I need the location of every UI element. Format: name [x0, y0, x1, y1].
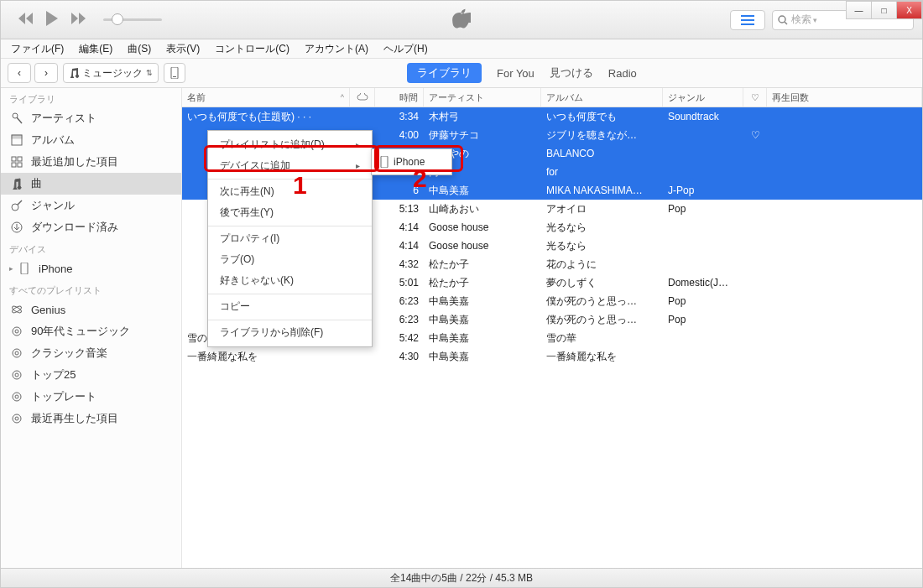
player-bar: 検索 ▾: [1, 1, 922, 39]
col-genre[interactable]: ジャンル: [663, 88, 743, 107]
sidebar-item-label: ダウンロード済み: [31, 220, 118, 235]
sidebar-item-toprated[interactable]: トップレート: [1, 386, 181, 408]
gear-icon: [9, 411, 24, 426]
menu-control[interactable]: コントロール(C): [211, 40, 293, 58]
mi-play-next[interactable]: 次に再生(N): [208, 179, 372, 202]
col-heart[interactable]: ♡: [743, 88, 767, 107]
apple-logo-icon: [452, 8, 471, 32]
music-icon: [69, 68, 79, 78]
sidebar-item-genius[interactable]: Genius: [1, 299, 181, 320]
sidebar-item-90s[interactable]: 90年代ミュージック: [1, 320, 181, 342]
col-artist[interactable]: アーティスト: [424, 88, 541, 107]
sidebar-item-label: クラシック音楽: [31, 346, 107, 361]
note-icon: [9, 176, 24, 191]
menu-account[interactable]: アカウント(A): [301, 40, 372, 58]
col-name[interactable]: 名前^: [182, 88, 350, 107]
cell-album: いつも何度でも: [541, 110, 663, 124]
mi-copy[interactable]: コピー: [208, 294, 372, 317]
cell-heart: ♡: [743, 129, 767, 141]
cell-artist: 伊藤サチコ: [424, 128, 541, 143]
sidebar-item-iphone[interactable]: ▸ iPhone: [1, 258, 181, 279]
cell-artist: 松たか子: [424, 276, 541, 290]
cell-name: 一番綺麗な私を: [182, 350, 350, 364]
svg-point-25: [13, 371, 21, 379]
cell-artist: Goose house: [424, 221, 541, 233]
sidebar-item-recentplay[interactable]: 最近再生した項目: [1, 408, 181, 429]
svg-point-28: [15, 395, 18, 398]
sidebar-item-album[interactable]: アルバム: [1, 129, 181, 151]
mi-delete[interactable]: ライブラリから削除(F): [208, 320, 372, 343]
mi-love[interactable]: ラブ(O): [208, 249, 372, 270]
svg-point-26: [15, 373, 18, 377]
col-plays[interactable]: 再生回数: [767, 88, 922, 107]
tab-browse[interactable]: 見つける: [550, 65, 593, 81]
svg-rect-1: [741, 19, 754, 21]
mi-properties[interactable]: プロパティ(I): [208, 226, 372, 249]
sidebar-item-songs[interactable]: 曲: [1, 173, 181, 195]
cloud-icon: [357, 93, 368, 101]
sidebar-item-label: ジャンル: [31, 198, 75, 213]
device-button[interactable]: [164, 63, 185, 83]
menu-edit[interactable]: 編集(E): [76, 40, 116, 58]
nav-row: ‹ › ミュージック ⇅ ライブラリ For You 見つける Radio: [1, 59, 922, 88]
view-list-button[interactable]: [730, 10, 765, 30]
cell-time: 3:34: [375, 111, 424, 122]
menu-view[interactable]: 表示(V): [163, 40, 203, 58]
table-row[interactable]: 一番綺麗な私を4:30中島美嘉一番綺麗な私を: [182, 347, 922, 366]
sidebar-item-downloaded[interactable]: ダウンロード済み: [1, 216, 181, 238]
chevron-right-icon: ▸: [356, 161, 360, 170]
sidebar-item-genre[interactable]: ジャンル: [1, 195, 181, 216]
next-icon[interactable]: [71, 13, 88, 27]
cell-album: 夢のしずく: [541, 276, 663, 290]
col-album[interactable]: アルバム: [541, 88, 663, 107]
close-button[interactable]: X: [897, 1, 922, 19]
table-header: 名前^ 時間 アーティスト アルバム ジャンル ♡ 再生回数: [182, 88, 922, 107]
prev-icon[interactable]: [18, 13, 34, 27]
search-placeholder: 検索: [791, 13, 811, 27]
cell-name: いつも何度でも(主題歌) · · ·: [182, 110, 350, 124]
tab-foryou[interactable]: For You: [497, 67, 535, 80]
volume-slider[interactable]: [103, 14, 162, 26]
svg-rect-11: [12, 157, 16, 161]
cell-album: 一番綺麗な私を: [541, 350, 663, 364]
col-time[interactable]: 時間: [375, 88, 424, 107]
tab-library[interactable]: ライブラリ: [407, 63, 482, 83]
svg-point-29: [13, 414, 21, 423]
cell-album: 僕が死のうと思っ…: [541, 294, 663, 309]
mi-add-playlist[interactable]: プレイリストに追加(D)▸: [208, 134, 372, 155]
svg-rect-6: [173, 76, 176, 77]
menu-file[interactable]: ファイル(F): [8, 40, 67, 58]
sidebar-item-label: アーティスト: [31, 111, 96, 126]
sidebar-item-recent[interactable]: 最近追加した項目: [1, 151, 181, 173]
tab-radio[interactable]: Radio: [608, 67, 637, 80]
sidebar-item-classic[interactable]: クラシック音楽: [1, 342, 181, 364]
nav-forward-button[interactable]: ›: [34, 63, 58, 83]
play-icon[interactable]: [46, 11, 60, 29]
menubar: ファイル(F) 編集(E) 曲(S) 表示(V) コントロール(C) アカウント…: [1, 39, 922, 59]
svg-point-30: [15, 417, 18, 420]
col-cloud[interactable]: [350, 88, 375, 107]
submenu-iphone[interactable]: iPhone: [372, 153, 451, 171]
sidebar-header-library: ライブラリ: [1, 88, 181, 107]
disclosure-triangle-icon[interactable]: ▸: [9, 264, 13, 273]
menu-song[interactable]: 曲(S): [124, 40, 154, 58]
menu-help[interactable]: ヘルプ(H): [380, 40, 431, 58]
mi-add-device[interactable]: デバイスに追加▸: [208, 155, 372, 176]
cell-genre: Pop: [663, 314, 743, 325]
maximize-button[interactable]: □: [872, 1, 897, 19]
cell-album: 僕が死のうと思っ…: [541, 313, 663, 327]
sidebar-item-top25[interactable]: トップ25: [1, 364, 181, 386]
svg-rect-2: [741, 23, 754, 25]
table-row[interactable]: いつも何度でも(主題歌) · · ·3:34木村弓いつも何度でもSoundtra…: [182, 107, 922, 126]
mi-play-later[interactable]: 後で再生(Y): [208, 202, 372, 223]
grid-icon: [9, 154, 24, 169]
svg-rect-12: [18, 157, 22, 161]
status-bar: 全14曲中の5曲 / 22分 / 45.3 MB: [1, 568, 922, 587]
cell-artist: 中島美嘉: [424, 294, 541, 309]
mi-dislike[interactable]: 好きじゃない(K): [208, 270, 372, 291]
nav-back-button[interactable]: ‹: [8, 63, 31, 83]
media-selector[interactable]: ミュージック ⇅: [63, 63, 159, 83]
annotation-number-1: 1: [293, 171, 307, 200]
sidebar-item-artist[interactable]: アーティスト: [1, 107, 181, 129]
minimize-button[interactable]: —: [846, 1, 872, 19]
